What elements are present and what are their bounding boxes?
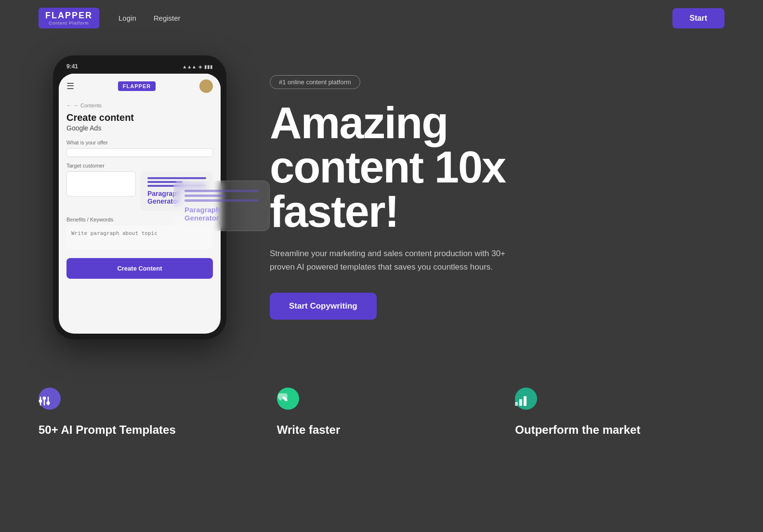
feature-icon-wrap-3 — [515, 388, 544, 416]
svg-rect-7 — [515, 402, 518, 406]
breadcrumb: ← ← Contents — [66, 103, 213, 108]
phone-mockup: 9:41 ▲▲▲ ◈ ▮▮▮ ☰ FLAPPER ← ← Contents — [39, 55, 241, 339]
nav-login[interactable]: Login — [118, 14, 136, 22]
floating-line-2 — [184, 195, 225, 197]
chart-pie-icon — [275, 393, 290, 409]
create-content-button[interactable]: Create Content — [66, 258, 213, 279]
feature-title-1: 50+ AI Prompt Templates — [39, 423, 248, 437]
feature-item-2: Write faster — [277, 388, 487, 437]
floating-line-3 — [184, 199, 259, 202]
app-logo: FLAPPER — [118, 81, 156, 91]
logo-text: FLAPPER — [45, 11, 92, 21]
floating-card-lines — [184, 190, 259, 202]
svg-rect-9 — [524, 396, 526, 406]
floating-card: Paragraph Generator — [173, 181, 270, 231]
badge: #1 online content platform — [270, 75, 360, 89]
hero-section: 9:41 ▲▲▲ ◈ ▮▮▮ ☰ FLAPPER ← ← Contents — [0, 36, 763, 368]
svg-point-3 — [43, 397, 46, 400]
phone-status-bar: 9:41 ▲▲▲ ◈ ▮▮▮ — [59, 61, 221, 74]
svg-rect-8 — [519, 399, 522, 406]
app-header: ☰ FLAPPER — [59, 74, 221, 99]
signal-icon: ▲▲▲ — [182, 64, 197, 69]
wifi-icon: ◈ — [198, 64, 202, 69]
svg-point-6 — [281, 399, 285, 403]
phone-time: 9:41 — [66, 63, 78, 70]
bar-chart-icon — [513, 393, 528, 409]
floating-line-1 — [184, 190, 259, 192]
navbar: FLAPPER Content Platform Login Register … — [0, 0, 763, 36]
nav-links: Login Register — [118, 14, 672, 22]
feature-title-3: Outperform the market — [515, 423, 724, 437]
feature-item-1: 50+ AI Prompt Templates — [39, 388, 248, 437]
hero-right: #1 online content platform Amazing conte… — [270, 75, 724, 319]
floating-card-title: Paragraph Generator — [184, 206, 259, 222]
customer-label: Target customer — [66, 163, 213, 169]
logo[interactable]: FLAPPER Content Platform — [39, 8, 99, 28]
feature-title-2: Write faster — [277, 423, 487, 437]
feature-icon-wrap-1 — [39, 388, 67, 416]
logo-sub: Content Platform — [49, 21, 89, 26]
offer-label: What is your offer — [66, 140, 213, 145]
offer-input[interactable] — [66, 148, 213, 157]
features-section: 50+ AI Prompt Templates Write faster Out… — [0, 368, 763, 466]
cta-button[interactable]: Start Copywriting — [270, 293, 377, 320]
sliders-icon — [37, 393, 52, 409]
feature-item-3: Outperform the market — [515, 388, 724, 437]
customer-input[interactable] — [66, 171, 136, 196]
hero-heading: Amazing content 10x faster! — [270, 101, 724, 234]
google-ads-subtitle: Google Ads — [66, 124, 213, 132]
create-content-title: Create content — [66, 112, 213, 123]
battery-icon: ▮▮▮ — [204, 64, 213, 69]
back-arrow-icon: ← — [66, 103, 72, 108]
start-button[interactable]: Start — [672, 8, 724, 28]
avatar — [199, 79, 213, 93]
svg-point-1 — [39, 400, 42, 403]
hero-description: Streamline your marketing and sales cont… — [270, 247, 520, 273]
svg-point-5 — [47, 402, 50, 405]
phone-icons: ▲▲▲ ◈ ▮▮▮ — [182, 64, 213, 69]
hamburger-icon: ☰ — [66, 81, 74, 91]
nav-register[interactable]: Register — [154, 14, 181, 22]
card-line-1 — [147, 177, 206, 179]
feature-icon-wrap-2 — [277, 388, 306, 416]
